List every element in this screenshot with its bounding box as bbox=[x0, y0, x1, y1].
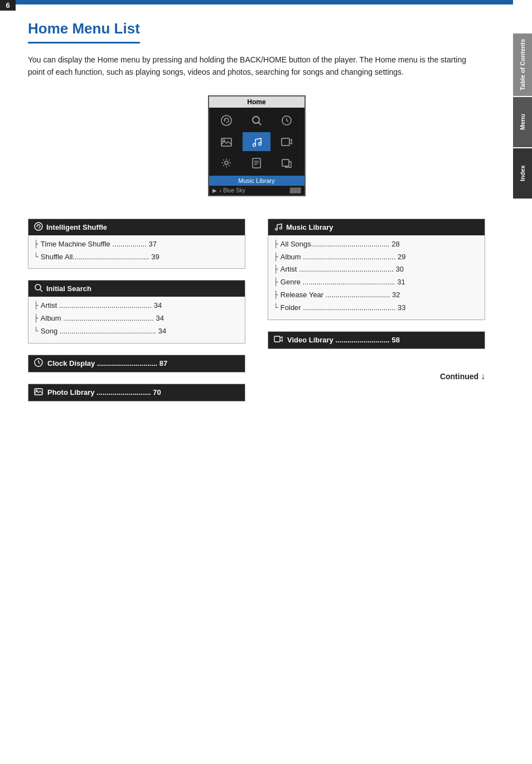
device-label-bar: Music Library bbox=[209, 176, 304, 186]
list-item: └ Song .................................… bbox=[34, 326, 239, 337]
battery-icon: ▓▓▓ bbox=[290, 187, 301, 193]
branch-icon: ├ bbox=[274, 239, 278, 250]
continued-arrow: ↓ bbox=[481, 371, 485, 381]
photo-library-box: Photo Library ..........................… bbox=[28, 384, 245, 402]
item-label: Album ..................................… bbox=[41, 313, 239, 325]
branch-icon: ├ bbox=[34, 313, 38, 325]
device-icon-settings bbox=[212, 153, 240, 172]
svg-rect-27 bbox=[274, 336, 280, 342]
list-item: └ Shuffle All...........................… bbox=[34, 252, 239, 263]
video-icon bbox=[274, 335, 283, 346]
clock-icon bbox=[34, 358, 43, 369]
music-icon bbox=[274, 222, 283, 233]
device-icon-output bbox=[273, 153, 301, 172]
intelligent-shuffle-title: Intelligent Shuffle bbox=[46, 223, 107, 231]
svg-point-17 bbox=[35, 223, 42, 230]
device-header: Home bbox=[209, 96, 304, 108]
branch-icon: ├ bbox=[274, 277, 278, 288]
list-item: ├ Release Year .........................… bbox=[274, 289, 479, 301]
device-icon-photo bbox=[212, 132, 240, 151]
device-now-playing: ▶ ♪ Blue Sky ▓▓▓ bbox=[209, 186, 304, 195]
item-label: Genre ..................................… bbox=[280, 277, 479, 288]
left-column: Intelligent Shuffle ├ Time Machine Shuff… bbox=[28, 219, 245, 402]
svg-point-1 bbox=[253, 117, 259, 123]
initial-search-header: Initial Search bbox=[28, 281, 245, 297]
continued-text: Continued bbox=[440, 372, 478, 381]
device-icon-music bbox=[243, 132, 270, 151]
item-label: Shuffle All.............................… bbox=[41, 252, 239, 263]
svg-rect-10 bbox=[282, 138, 289, 146]
svg-line-5 bbox=[287, 120, 288, 122]
intelligent-shuffle-header: Intelligent Shuffle bbox=[28, 219, 245, 235]
item-page: 33 bbox=[398, 303, 405, 312]
item-page: 34 bbox=[154, 301, 162, 310]
branch-icon: └ bbox=[274, 302, 278, 314]
item-label: Album ..................................… bbox=[280, 252, 479, 263]
item-label: Artist .................................… bbox=[280, 264, 479, 275]
continued-label: Continued ↓ bbox=[268, 371, 485, 381]
intelligent-shuffle-box: Intelligent Shuffle ├ Time Machine Shuff… bbox=[28, 219, 245, 269]
svg-line-22 bbox=[38, 362, 40, 364]
item-page: 29 bbox=[398, 253, 405, 261]
item-page: 37 bbox=[148, 240, 156, 248]
now-playing-icon: ▶ bbox=[212, 187, 217, 194]
photo-library-text: Photo Library ..........................… bbox=[47, 388, 239, 396]
item-label: All Songs...............................… bbox=[280, 239, 479, 250]
initial-search-title: Initial Search bbox=[46, 284, 91, 293]
item-page: 32 bbox=[392, 291, 400, 299]
initial-search-box: Initial Search ├ Artist ................… bbox=[28, 280, 245, 343]
item-label: Folder .................................… bbox=[280, 302, 479, 314]
item-page: 39 bbox=[151, 253, 159, 261]
music-library-title: Music Library bbox=[286, 223, 333, 231]
list-item: ├ Time Machine Shuffle .................… bbox=[34, 239, 239, 250]
item-page: 34 bbox=[158, 327, 166, 335]
sidebar-tab-index[interactable]: Index bbox=[513, 148, 532, 199]
list-item: ├ All Songs.............................… bbox=[274, 239, 479, 250]
svg-line-19 bbox=[40, 289, 42, 292]
sidebar-tab-menu[interactable]: Menu bbox=[513, 97, 532, 147]
branch-icon: ├ bbox=[34, 239, 38, 250]
intro-text: You can display the Home menu by pressin… bbox=[28, 54, 485, 79]
right-column: Music Library ├ All Songs...............… bbox=[268, 219, 485, 402]
svg-point-11 bbox=[225, 161, 228, 165]
clock-display-text: Clock Display ..........................… bbox=[47, 359, 239, 368]
right-sidebar: Table of Contents Menu Index bbox=[513, 33, 532, 200]
device-icon-file bbox=[243, 153, 270, 172]
video-library-text: Video Library ..........................… bbox=[287, 336, 479, 344]
list-item: ├ Genre ................................… bbox=[274, 277, 479, 288]
music-library-items: ├ All Songs.............................… bbox=[268, 235, 485, 320]
page-number: 6 bbox=[0, 0, 16, 11]
branch-icon: ├ bbox=[274, 264, 278, 275]
branch-icon: └ bbox=[34, 326, 38, 337]
now-playing-text: ♪ Blue Sky bbox=[219, 187, 245, 194]
device-icon-search bbox=[243, 111, 270, 130]
item-label: Artist .................................… bbox=[41, 300, 239, 312]
device-screen: Home bbox=[208, 95, 306, 196]
section-title: Home Menu List bbox=[28, 20, 140, 43]
bottom-section: Intelligent Shuffle ├ Time Machine Shuff… bbox=[28, 219, 485, 402]
photo-icon bbox=[34, 387, 43, 398]
list-item: ├ Album ................................… bbox=[34, 313, 239, 325]
item-page: 30 bbox=[395, 265, 403, 273]
svg-line-2 bbox=[258, 122, 261, 125]
initial-search-items: ├ Artist ...............................… bbox=[28, 297, 245, 342]
search-icon bbox=[34, 283, 43, 294]
device-icon-clock bbox=[273, 111, 301, 130]
branch-icon: ├ bbox=[34, 300, 38, 312]
main-content: Home Menu List You can display the Home … bbox=[0, 4, 513, 424]
item-label: Time Machine Shuffle ................. 3… bbox=[41, 239, 239, 250]
svg-rect-16 bbox=[282, 159, 289, 166]
device-icon-shuffle bbox=[212, 111, 240, 130]
item-label: Song ...................................… bbox=[41, 326, 239, 337]
item-page: 31 bbox=[397, 278, 405, 286]
shuffle-icon bbox=[34, 222, 43, 233]
intelligent-shuffle-items: ├ Time Machine Shuffle .................… bbox=[28, 235, 245, 269]
list-item: ├ Artist ...............................… bbox=[34, 300, 239, 312]
branch-icon: ├ bbox=[274, 289, 278, 301]
sidebar-tab-toc[interactable]: Table of Contents bbox=[513, 33, 532, 96]
device-screenshot: Home bbox=[28, 95, 485, 196]
item-page: 28 bbox=[391, 240, 399, 248]
device-icons-grid bbox=[209, 108, 304, 176]
svg-point-24 bbox=[36, 390, 37, 391]
clock-display-box: Clock Display ..........................… bbox=[28, 355, 245, 373]
